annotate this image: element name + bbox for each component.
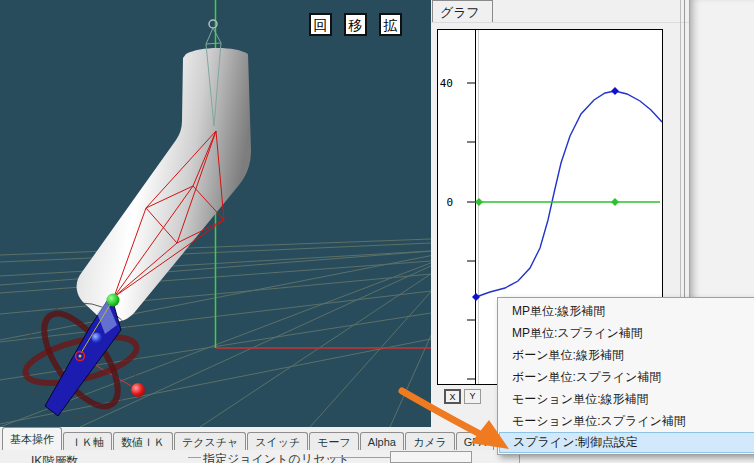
- menu-item-5[interactable]: モーション単位:線形補間: [499, 388, 754, 410]
- partial-button-edge[interactable]: [390, 451, 472, 463]
- bottom-tab-2[interactable]: ＩＫ軸: [63, 432, 112, 450]
- viewport-3d[interactable]: 回 移 拡: [0, 0, 431, 427]
- app-screen: 回 移 拡 グラフ 400 X Y 基本操作ＩＫ軸数値ＩＫテクスチャスイッチモー…: [0, 0, 754, 463]
- menu-item-1[interactable]: MP単位:線形補間: [499, 300, 754, 322]
- bottom-tab-3[interactable]: 数値ＩＫ: [113, 432, 173, 450]
- menu-item-3[interactable]: ボーン単位:線形補間: [499, 344, 754, 366]
- rotate-button[interactable]: 回: [309, 13, 332, 36]
- menu-item-2[interactable]: MP単位:スプライン補間: [499, 322, 754, 344]
- bottom-tab-bar: 基本操作ＩＫ軸数値ＩＫテクスチャスイッチモーフAlphaカメラGPA: [2, 427, 495, 450]
- interpolation-context-menu: MP単位:線形補間MP単位:スプライン補間ボーン単位:線形補間ボーン単位:スプラ…: [497, 297, 754, 455]
- bottom-tab-7[interactable]: Alpha: [360, 432, 404, 450]
- bottom-tab-4[interactable]: テクスチャ: [174, 432, 246, 450]
- joint-sphere-green[interactable]: [107, 294, 120, 307]
- ik-hierarchy-group-label: IK階層数: [31, 453, 78, 463]
- x-axis-button[interactable]: X: [444, 389, 461, 404]
- move-button[interactable]: 移: [344, 13, 367, 36]
- zoom-button[interactable]: 拡: [379, 13, 402, 36]
- bottom-tab-1[interactable]: 基本操作: [2, 427, 62, 450]
- menu-item-6[interactable]: モーション単位:スプライン補間: [499, 410, 754, 432]
- tab-graph[interactable]: グラフ: [432, 0, 493, 22]
- bottom-tab-5[interactable]: スイッチ: [247, 432, 308, 450]
- menu-item-7[interactable]: スプライン:制御点設定: [499, 432, 754, 453]
- joint-sphere-blue[interactable]: [92, 333, 103, 344]
- y-axis-button[interactable]: Y: [464, 389, 481, 404]
- bottom-tab-8[interactable]: カメラ: [405, 432, 455, 450]
- menu-item-4[interactable]: ボーン単位:スプライン補間: [499, 366, 754, 388]
- joint-reset-group-label: 指定ジョイントのリセット: [203, 451, 350, 463]
- tab-divider: [431, 22, 689, 23]
- endpoint-sphere-red[interactable]: [131, 383, 145, 397]
- y-tick-label: 0: [446, 196, 453, 209]
- y-tick-label: 40: [440, 77, 453, 90]
- bottom-tab-6[interactable]: モーフ: [309, 432, 359, 450]
- scene-3d: [0, 0, 431, 427]
- groupbox-border: [188, 457, 201, 458]
- bottom-tab-9[interactable]: GPA: [456, 432, 494, 450]
